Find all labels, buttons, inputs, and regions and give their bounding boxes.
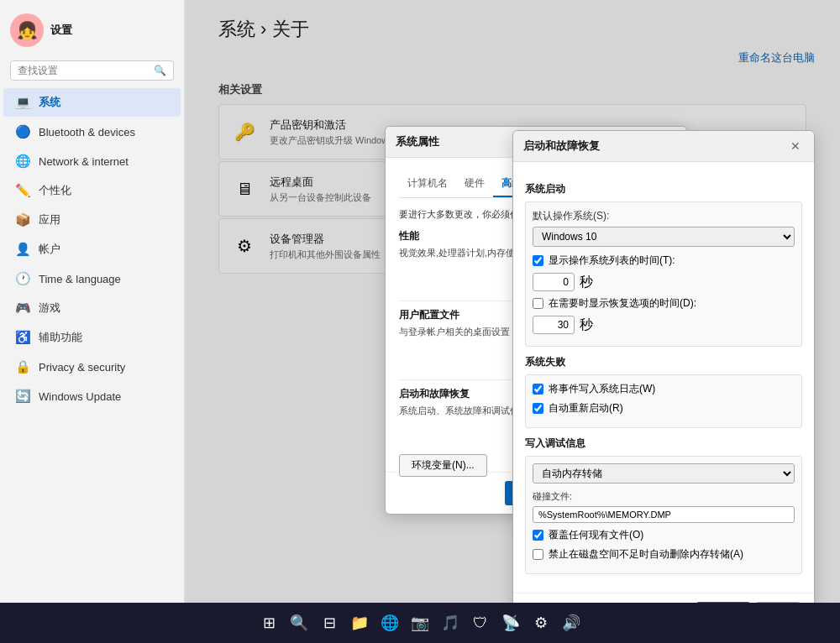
sidebar: 👧 设置 🔍 💻系统🔵Bluetooth & devices🌐Network &… [0,0,185,603]
windows_update-nav-icon: 🔄 [15,389,30,404]
start-menu-icon[interactable]: ⊞ [255,609,282,636]
settings-taskbar-icon[interactable]: ⚙ [528,609,554,636]
app-title: 设置 [50,23,72,38]
system-failure-section: 将事件写入系统日志(W) 自动重新启动(R) [525,374,802,428]
startup-footer: 确定 取消 [513,593,814,603]
startup-cancel-button[interactable]: 取消 [755,602,801,603]
sidebar-item-label-windows_update: Windows Update [39,390,121,403]
sidebar-item-apps[interactable]: 📦应用 [3,206,181,234]
disable-low-disk-label: 禁止在磁盘空间不足时自动删除内存转储(A) [549,547,743,562]
env-variables-button[interactable]: 环境变量(N)... [399,454,487,477]
sidebar-item-label-bluetooth: Bluetooth & devices [39,126,135,139]
write-event-label: 将事件写入系统日志(W) [549,382,655,396]
accounts-nav-icon: 👤 [15,242,30,257]
dialog-overlay: 系统属性 ✕ 计算机名 硬件 高级 系统保护 远程 要进行大多数更改，你必须作为… [185,0,840,603]
sidebar-item-accessibility[interactable]: ♿辅助功能 [3,323,181,352]
network-nav-icon: 🌐 [15,154,30,169]
search-taskbar-icon[interactable]: 🔍 [286,609,312,636]
startup-ok-button[interactable]: 确定 [696,602,750,603]
overwrite-check[interactable] [533,530,543,541]
sidebar-item-label-accounts: 帐户 [39,242,60,257]
show-time-checkbox[interactable]: 显示操作系统列表的时间(T): [533,254,795,268]
edge-icon[interactable]: 🌐 [376,609,403,636]
sidebar-item-label-gaming: 游戏 [39,301,60,316]
bluetooth-nav-icon: 🔵 [15,124,30,139]
nav-list: 💻系统🔵Bluetooth & devices🌐Network & intern… [0,87,184,411]
sidebar-item-gaming[interactable]: 🎮游戏 [3,294,181,322]
avatar: 👧 [10,13,44,47]
sidebar-item-time[interactable]: 🕐Time & language [3,264,181,293]
apps-nav-icon: 📦 [15,212,30,227]
debug-info-title: 写入调试信息 [525,437,802,451]
system-nav-icon: 💻 [15,95,30,110]
default-os-label: 默认操作系统(S): [533,209,795,223]
system-startup-section: 默认操作系统(S): Windows 10 显示操作系统列表的时间(T): 秒 [525,201,802,347]
show-time-input-row: 秒 [533,273,795,291]
auto-restart-checkbox[interactable]: 自动重新启动(R) [533,401,795,416]
debug-info-section: 自动内存转储 碰撞文件: 覆盖任何现有文件(O) 禁止在磁盘空间不足时自动删除内… [525,456,802,574]
search-box[interactable]: 🔍 [10,60,174,81]
task-view-icon[interactable]: ⊟ [316,609,343,636]
startup-dialog-title: 启动和故障恢复 [523,139,600,154]
write-event-checkbox[interactable]: 将事件写入系统日志(W) [533,382,795,396]
sidebar-item-privacy[interactable]: 🔒Privacy & security [3,353,181,381]
startup-body: 系统启动 默认操作系统(S): Windows 10 显示操作系统列表的时间(T… [513,162,814,593]
sidebar-item-label-privacy: Privacy & security [39,361,125,374]
show-recovery-input-row: 秒 [533,316,795,334]
system-failure-title: 系统失败 [525,355,802,369]
taskbar-icons: ⊞ 🔍 ⊟ 📁 🌐 📷 🎵 🛡 📡 ⚙ 🔊 [255,609,585,636]
sidebar-item-label-system: 系统 [39,95,60,110]
disable-low-disk-check[interactable] [533,549,543,560]
sidebar-item-label-apps: 应用 [39,212,60,227]
startup-close-button[interactable]: ✕ [787,138,804,154]
sidebar-header: 👧 设置 [0,7,184,54]
sysprops-title: 系统属性 [396,134,439,149]
search-icon: 🔍 [154,65,166,76]
sidebar-item-personalization[interactable]: ✏️个性化 [3,176,181,205]
overwrite-checkbox[interactable]: 覆盖任何现有文件(O) [533,528,795,542]
sidebar-item-windows_update[interactable]: 🔄Windows Update [3,382,181,410]
file-explorer-icon[interactable]: 📁 [346,609,373,636]
show-time-input[interactable] [533,273,575,291]
tab-computer-name[interactable]: 计算机名 [399,171,456,197]
show-time-unit: 秒 [580,274,593,291]
sidebar-item-system[interactable]: 💻系统 [3,88,181,117]
startup-dialog: 启动和故障恢复 ✕ 系统启动 默认操作系统(S): Windows 10 [512,130,815,603]
auto-restart-label: 自动重新启动(R) [549,401,623,416]
sidebar-item-accounts[interactable]: 👤帐户 [3,235,181,264]
startup-titlebar: 启动和故障恢复 ✕ [513,131,814,162]
default-os-select[interactable]: Windows 10 [533,227,795,247]
sidebar-item-bluetooth[interactable]: 🔵Bluetooth & devices [3,118,181,146]
media-icon[interactable]: 🎵 [437,609,464,636]
show-recovery-checkbox[interactable]: 在需要时显示恢复选项的时间(D): [533,296,795,311]
dump-file-label: 碰撞文件: [533,490,795,503]
taskbar: ⊞ 🔍 ⊟ 📁 🌐 📷 🎵 🛡 📡 ⚙ 🔊 [0,603,840,643]
tab-hardware[interactable]: 硬件 [456,171,493,197]
disable-low-disk-checkbox[interactable]: 禁止在磁盘空间不足时自动删除内存转储(A) [533,547,795,562]
network-taskbar-icon[interactable]: 📡 [497,609,524,636]
show-time-label: 显示操作系统列表的时间(T): [549,254,675,268]
sidebar-item-label-time: Time & language [39,273,121,285]
debug-dropdown[interactable]: 自动内存转储 [533,463,795,484]
sidebar-item-label-network: Network & internet [39,155,129,168]
search-input[interactable] [18,65,154,76]
accessibility-nav-icon: ♿ [15,330,30,345]
sidebar-item-label-accessibility: 辅助功能 [39,330,82,345]
write-event-check[interactable] [533,384,543,395]
camera-icon[interactable]: 📷 [407,609,433,636]
auto-restart-check[interactable] [533,403,543,414]
show-recovery-check[interactable] [533,298,543,309]
content-area: 系统 › 关于 重命名这台电脑 相关设置 🔑 产品密钥和激活 更改产品密钥或升级… [185,0,840,603]
dump-file-input[interactable] [533,506,795,523]
show-recovery-input[interactable] [533,316,575,334]
show-recovery-unit: 秒 [580,316,593,334]
sidebar-item-network[interactable]: 🌐Network & internet [3,147,181,175]
show-time-check[interactable] [533,255,543,266]
shield-taskbar-icon[interactable]: 🛡 [467,609,494,636]
volume-icon[interactable]: 🔊 [558,609,585,636]
show-recovery-label: 在需要时显示恢复选项的时间(D): [549,296,696,311]
personalization-nav-icon: ✏️ [15,183,30,198]
system-startup-title: 系统启动 [525,182,802,196]
sidebar-item-label-personalization: 个性化 [39,183,71,198]
privacy-nav-icon: 🔒 [15,359,30,374]
